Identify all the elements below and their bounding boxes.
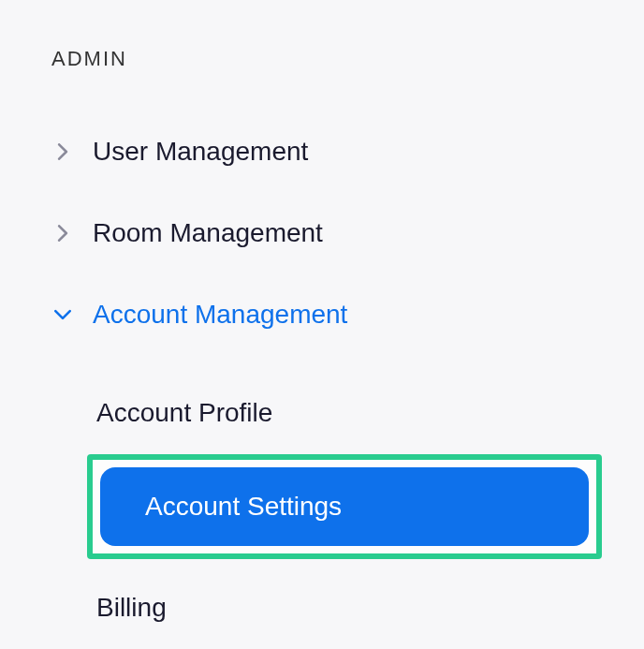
nav-item-label: Room Management — [93, 218, 323, 248]
sub-item-account-profile[interactable]: Account Profile — [96, 381, 593, 445]
sub-item-account-settings[interactable]: Account Settings — [100, 467, 589, 546]
nav-item-user-management[interactable]: User Management — [51, 137, 593, 167]
nav-item-account-management[interactable]: Account Management — [51, 300, 593, 330]
highlight-account-settings: Account Settings — [87, 454, 602, 559]
nav-item-room-management[interactable]: Room Management — [51, 218, 593, 248]
sub-item-billing[interactable]: Billing — [96, 576, 593, 640]
nav-item-label: Account Management — [93, 300, 347, 330]
chevron-down-icon — [51, 309, 74, 320]
nav-item-label: User Management — [93, 137, 308, 167]
sub-items-account-management: Account Profile Account Settings Billing — [51, 381, 593, 640]
chevron-right-icon — [51, 143, 74, 160]
chevron-right-icon — [51, 225, 74, 242]
section-header-admin: ADMIN — [51, 47, 593, 71]
